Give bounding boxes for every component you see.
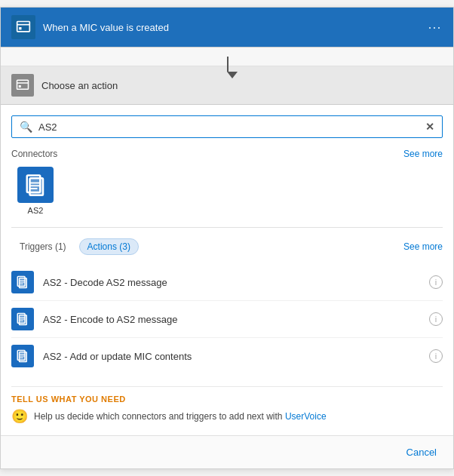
search-box: 🔍 ✕ bbox=[11, 115, 443, 138]
tell-us-text: Help us decide which connectors and trig… bbox=[34, 411, 327, 422]
actions-see-more[interactable]: See more bbox=[403, 241, 443, 252]
trigger-icon bbox=[11, 15, 35, 39]
ellipsis-icon[interactable]: ⋯ bbox=[428, 20, 443, 34]
connectors-header: Connectors See more bbox=[11, 149, 443, 159]
tell-us-body: 🙂 Help us decide which connectors and tr… bbox=[11, 408, 443, 425]
as2-connector-icon bbox=[17, 167, 54, 203]
actions-section: Triggers (1) Actions (3) See more AS2 bbox=[11, 238, 443, 374]
action-label-2: AS2 - Add or update MIC contents bbox=[43, 351, 429, 362]
svg-rect-7 bbox=[30, 178, 44, 195]
svg-rect-3 bbox=[17, 80, 29, 89]
action-label-0: AS2 - Decode AS2 message bbox=[43, 277, 429, 288]
cancel-button[interactable]: Cancel bbox=[400, 444, 443, 461]
as2-connector-name: AS2 bbox=[28, 206, 44, 215]
search-icon: 🔍 bbox=[20, 121, 32, 133]
tab-actions[interactable]: Actions (3) bbox=[79, 238, 139, 255]
action-label-1: AS2 - Encode to AS2 message bbox=[43, 314, 429, 325]
action-icon-2 bbox=[11, 345, 34, 367]
arrow-connector bbox=[1, 48, 453, 66]
connectors-section: Connectors See more AS2 bbox=[11, 149, 443, 215]
choose-action-icon bbox=[11, 74, 34, 97]
svg-rect-0 bbox=[17, 22, 30, 32]
action-icon-1 bbox=[11, 308, 34, 330]
connectors-see-more[interactable]: See more bbox=[403, 149, 443, 159]
action-item-2[interactable]: AS2 - Add or update MIC contents i bbox=[11, 338, 443, 374]
search-input[interactable] bbox=[38, 121, 425, 133]
info-icon-1[interactable]: i bbox=[429, 312, 443, 326]
action-icon-0 bbox=[11, 271, 34, 293]
tabs-row: Triggers (1) Actions (3) See more bbox=[11, 238, 443, 255]
svg-rect-5 bbox=[19, 85, 21, 88]
connector-tile-as2[interactable]: AS2 bbox=[11, 167, 60, 215]
main-content: 🔍 ✕ Connectors See more bbox=[1, 105, 453, 435]
action-item-1[interactable]: AS2 - Encode to AS2 message i bbox=[11, 301, 443, 338]
svg-rect-2 bbox=[19, 27, 21, 29]
info-icon-0[interactable]: i bbox=[429, 275, 443, 289]
tabs-left: Triggers (1) Actions (3) bbox=[11, 238, 139, 255]
svg-rect-22 bbox=[20, 352, 27, 362]
tell-us-section: TELL US WHAT YOU NEED 🙂 Help us decide w… bbox=[11, 386, 443, 425]
tell-us-title: TELL US WHAT YOU NEED bbox=[11, 395, 443, 404]
connectors-label: Connectors bbox=[11, 149, 57, 159]
uservoice-link[interactable]: UserVoice bbox=[285, 411, 327, 422]
info-icon-2[interactable]: i bbox=[429, 349, 443, 363]
svg-rect-12 bbox=[20, 278, 27, 288]
smiley-icon: 🙂 bbox=[11, 408, 28, 425]
footer: Cancel bbox=[1, 435, 453, 468]
trigger-title: When a MIC value is created bbox=[43, 22, 428, 33]
choose-action-title: Choose an action bbox=[41, 80, 118, 91]
divider bbox=[11, 227, 443, 228]
connectors-row: AS2 bbox=[11, 167, 443, 215]
clear-search-icon[interactable]: ✕ bbox=[425, 121, 434, 133]
action-item-0[interactable]: AS2 - Decode AS2 message i bbox=[11, 264, 443, 301]
svg-rect-17 bbox=[20, 315, 27, 325]
tab-triggers[interactable]: Triggers (1) bbox=[11, 238, 75, 255]
trigger-header: When a MIC value is created ⋯ bbox=[1, 8, 453, 48]
